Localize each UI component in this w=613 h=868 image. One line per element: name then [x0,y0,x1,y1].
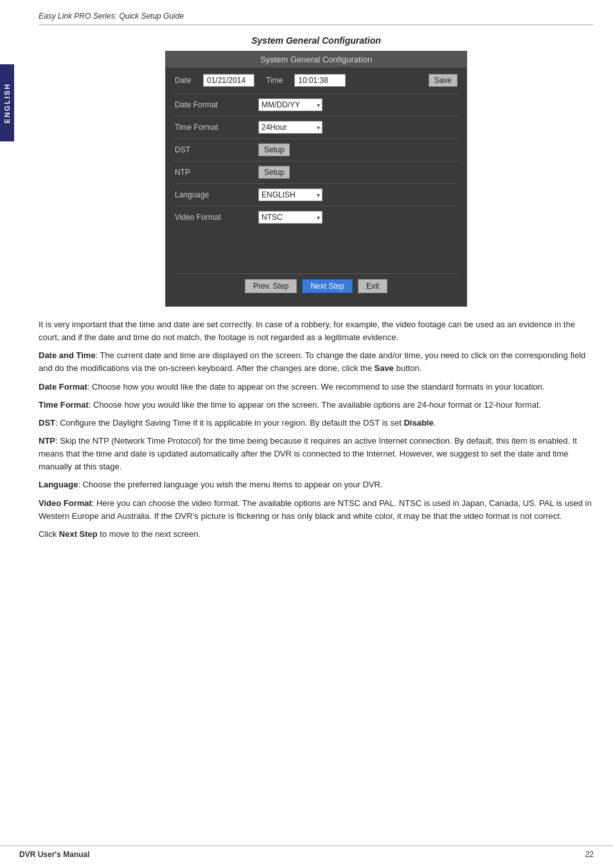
config-panel: System General Configuration Date Time S… [165,51,467,307]
date-format-paragraph: Date Format: Choose how you would like t… [39,381,594,393]
dst-term: DST [39,418,55,428]
dst-text: : Configure the Daylight Saving Time if … [55,418,436,428]
time-format-select[interactable]: 24Hour 12Hour [258,121,323,134]
panel-title: System General Configuration [166,51,466,68]
video-format-paragraph: Video Format: Here you can choose the vi… [39,497,594,523]
date-format-value: MM/DD/YY DD/MM/YY YY/MM/DD [258,98,323,111]
date-format-text: : Choose how you would like the date to … [87,382,545,392]
date-format-select[interactable]: MM/DD/YY DD/MM/YY YY/MM/DD [258,98,323,111]
datetime-row: Date Time Save [175,74,458,87]
footer-note-paragraph: Click Next Step to move to the next scre… [39,528,594,541]
date-input[interactable] [203,74,254,87]
ntp-setup-button[interactable]: Setup [258,166,290,179]
breadcrumb: Easy Link PRO Series: Quick Setup Guide [39,12,594,25]
intro-text: It is very important that the time and d… [39,320,575,342]
video-format-term: Video Format [39,498,92,508]
language-label: Language [175,190,258,199]
dst-label: DST [175,145,258,154]
description-section: It is very important that the time and d… [39,318,594,541]
panel-body: Date Time Save Date Format MM/DD/YY DD/M… [166,68,466,306]
video-format-text: : Here you can choose the video format. … [39,498,592,521]
language-value: ENGLISH FRENCH SPANISH [258,188,323,201]
disable-bold: Disable [404,418,433,428]
footer-note-prefix: Click [39,529,59,539]
ntp-paragraph: NTP: Skip the NTP (Network Time Protocol… [39,435,594,473]
dst-value: Setup [258,143,290,156]
time-input[interactable] [294,74,346,87]
next-step-bold: Next Step [59,529,98,539]
date-time-term: Date and Time [39,350,96,360]
footer-manual-label: DVR User's Manual [19,850,585,859]
next-step-button[interactable]: Next Step [302,279,353,293]
time-format-value: 24Hour 12Hour [258,121,323,134]
ntp-term: NTP [39,436,55,446]
time-format-term: Time Format [39,400,89,410]
date-format-row: Date Format MM/DD/YY DD/MM/YY YY/MM/DD [175,93,458,116]
ntp-value: Setup [258,166,290,179]
video-format-row: Video Format NTSC PAL [175,206,458,228]
video-format-select[interactable]: NTSC PAL [258,211,323,224]
save-button[interactable]: Save [429,74,458,87]
dst-row: DST Setup [175,138,458,161]
time-format-select-wrapper: 24Hour 12Hour [258,121,323,134]
page-number: 22 [585,850,594,859]
time-label: Time [266,76,289,85]
language-term: Language [39,480,78,489]
date-label: Date [175,76,198,85]
config-empty-space [175,228,458,273]
language-paragraph: Language: Choose the preferred language … [39,478,594,491]
date-format-term: Date Format [39,382,87,392]
footer-note-suffix: to move to the next screen. [98,529,200,539]
config-buttons-row: Prev. Step Next Step Exit [175,273,458,296]
language-select[interactable]: ENGLISH FRENCH SPANISH [258,188,323,201]
date-time-paragraph: Date and Time: The current date and time… [39,349,594,375]
intro-paragraph: It is very important that the time and d… [39,318,594,344]
prev-step-button[interactable]: Prev. Step [245,279,297,293]
exit-button[interactable]: Exit [358,279,387,293]
time-format-paragraph: Time Format: Choose how you would like t… [39,399,594,411]
section-title: System General Configuration [39,35,594,46]
ntp-label: NTP [175,168,258,177]
language-select-wrapper: ENGLISH FRENCH SPANISH [258,188,323,201]
save-bold: Save [374,363,393,373]
page-footer: DVR User's Manual 22 [0,845,613,859]
ntp-row: NTP Setup [175,161,458,183]
dst-setup-button[interactable]: Setup [258,143,290,156]
date-format-label: Date Format [175,100,258,109]
time-format-row: Time Format 24Hour 12Hour [175,116,458,138]
video-format-label: Video Format [175,213,258,222]
date-time-text: : The current date and time are displaye… [39,350,585,373]
date-format-select-wrapper: MM/DD/YY DD/MM/YY YY/MM/DD [258,98,323,111]
dst-paragraph: DST: Configure the Daylight Saving Time … [39,417,594,429]
time-format-text: : Choose how you would like the time to … [89,400,541,410]
language-text: : Choose the preferred language you wish… [78,480,382,489]
video-format-value: NTSC PAL [258,211,323,224]
video-format-select-wrapper: NTSC PAL [258,211,323,224]
ntp-text: : Skip the NTP (Network Time Protocol) f… [39,436,577,471]
time-format-label: Time Format [175,123,258,132]
language-row: Language ENGLISH FRENCH SPANISH [175,183,458,206]
sidebar-label: ENGLISH [3,83,11,123]
sidebar-english-tab: ENGLISH [0,64,14,141]
